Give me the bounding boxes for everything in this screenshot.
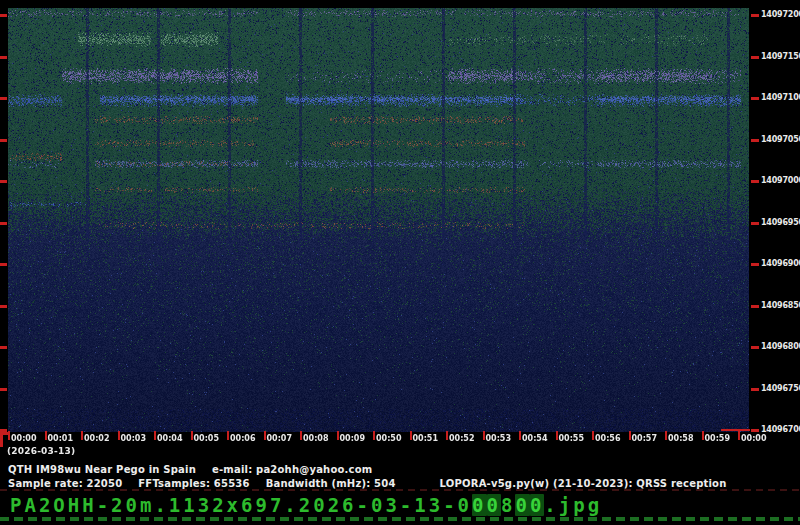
time-tick bbox=[519, 431, 521, 440]
freq-tick-left bbox=[0, 222, 7, 225]
freq-tick-right bbox=[751, 429, 759, 432]
qth-text: QTH IM98wu Near Pego in Spain bbox=[8, 464, 196, 475]
green-dashed-baseline bbox=[0, 517, 800, 521]
freq-tick-right bbox=[751, 305, 759, 308]
freq-tick-right bbox=[751, 97, 759, 100]
freq-label: 14097150 bbox=[761, 52, 800, 61]
qrss-grabber-image: 1409720014097150140971001409705014097000… bbox=[0, 0, 800, 525]
station-info-line: QTH IM98wu Near Pego in Spaine-mail: pa2… bbox=[8, 464, 372, 475]
bandwidth-text: Bandwidth (mHz): 504 bbox=[266, 478, 396, 489]
time-label: 00:50 bbox=[376, 434, 401, 443]
time-tick bbox=[702, 431, 704, 440]
freq-tick-right bbox=[751, 180, 759, 183]
filename-prefix: PA2OHH-20m.1132x697.2026-03-13- bbox=[10, 494, 458, 516]
freq-label: 14096900 bbox=[761, 259, 800, 268]
time-tick bbox=[264, 431, 266, 440]
time-tick bbox=[446, 431, 448, 440]
filename-extension: .jpg bbox=[544, 494, 602, 516]
time-tick bbox=[483, 431, 485, 440]
time-label: 00:51 bbox=[413, 434, 438, 443]
time-label: 00:03 bbox=[121, 434, 146, 443]
time-label: 00:53 bbox=[486, 434, 511, 443]
time-tick bbox=[592, 431, 594, 440]
time-label: 00:06 bbox=[230, 434, 255, 443]
freq-tick-right bbox=[751, 56, 759, 59]
filename-timestamp-char: 0 bbox=[458, 494, 472, 516]
filename-timestamp-char: 8 bbox=[501, 494, 515, 516]
freq-tick-left bbox=[0, 346, 7, 349]
filename-timestamp: 000800 bbox=[458, 494, 545, 516]
current-time-cursor-bar bbox=[721, 429, 750, 431]
time-label: 00:01 bbox=[48, 434, 73, 443]
time-label: 00:55 bbox=[559, 434, 584, 443]
freq-tick-right bbox=[751, 14, 759, 17]
time-tick bbox=[665, 431, 667, 440]
date-label: (2026-03-13) bbox=[7, 446, 75, 456]
time-label: 00:02 bbox=[84, 434, 109, 443]
freq-tick-left bbox=[0, 97, 7, 100]
time-tick bbox=[410, 431, 412, 440]
fft-samples-text: FFTsamples: 65536 bbox=[138, 478, 249, 489]
freq-tick-left bbox=[0, 14, 7, 17]
freq-label: 14097100 bbox=[761, 93, 800, 102]
freq-tick-right bbox=[751, 263, 759, 266]
freq-tick-left bbox=[0, 180, 7, 183]
time-tick bbox=[191, 431, 193, 440]
time-label: 00:56 bbox=[595, 434, 620, 443]
freq-tick-right bbox=[751, 139, 759, 142]
sample-rate-text: Sample rate: 22050 bbox=[8, 478, 122, 489]
time-tick bbox=[738, 431, 740, 440]
freq-label: 14096750 bbox=[761, 384, 800, 393]
freq-label: 14097000 bbox=[761, 176, 800, 185]
freq-tick-left bbox=[0, 139, 7, 142]
time-label: 00:52 bbox=[449, 434, 474, 443]
freq-tick-right bbox=[751, 222, 759, 225]
freq-label: 14097200 bbox=[761, 10, 800, 19]
filename-timestamp-char: 0 bbox=[487, 494, 501, 516]
time-label: 00:07 bbox=[267, 434, 292, 443]
freq-label: 14096800 bbox=[761, 342, 800, 351]
time-tick bbox=[556, 431, 558, 440]
filename-timestamp-char: 0 bbox=[530, 494, 544, 516]
settings-info-line: Sample rate: 22050FFTsamples: 65536Bandw… bbox=[8, 478, 727, 489]
filename-timestamp-char: 0 bbox=[472, 494, 486, 516]
time-label: 00:08 bbox=[303, 434, 328, 443]
freq-tick-right bbox=[751, 388, 759, 391]
spectrogram-canvas bbox=[8, 8, 749, 432]
freq-tick-left bbox=[0, 263, 7, 266]
email-text: e-mail: pa2ohh@yahoo.com bbox=[212, 464, 372, 475]
maroon-dashed-divider bbox=[0, 489, 800, 491]
time-tick bbox=[337, 431, 339, 440]
time-tick bbox=[300, 431, 302, 440]
time-tick bbox=[227, 431, 229, 440]
axis-origin-mark-top bbox=[0, 432, 10, 435]
time-tick bbox=[118, 431, 120, 440]
time-tick bbox=[373, 431, 375, 440]
freq-tick-left bbox=[0, 56, 7, 59]
time-label: 00:54 bbox=[522, 434, 547, 443]
time-tick bbox=[154, 431, 156, 440]
time-label: 00:00 bbox=[741, 434, 766, 443]
time-tick bbox=[629, 431, 631, 440]
time-label: 00:59 bbox=[705, 434, 730, 443]
time-label: 00:57 bbox=[632, 434, 657, 443]
freq-label: 14096950 bbox=[761, 218, 800, 227]
filename-timestamp-char: 0 bbox=[515, 494, 529, 516]
time-label: 00:00 bbox=[11, 434, 36, 443]
freq-tick-left bbox=[0, 305, 7, 308]
time-tick bbox=[81, 431, 83, 440]
freq-tick-right bbox=[751, 346, 759, 349]
freq-label: 14096850 bbox=[761, 301, 800, 310]
saved-filename-text: PA2OHH-20m.1132x697.2026-03-13-000800.jp… bbox=[10, 494, 602, 516]
time-label: 00:58 bbox=[668, 434, 693, 443]
freq-tick-left bbox=[0, 388, 7, 391]
time-label: 00:04 bbox=[157, 434, 182, 443]
freq-label: 14097050 bbox=[761, 135, 800, 144]
freq-label: 14096700 bbox=[761, 425, 800, 434]
program-version-text: LOPORA-v5g.py(w) (21-10-2023): QRSS rece… bbox=[440, 478, 727, 489]
time-label: 00:05 bbox=[194, 434, 219, 443]
time-tick bbox=[45, 431, 47, 440]
time-label: 00:09 bbox=[340, 434, 365, 443]
